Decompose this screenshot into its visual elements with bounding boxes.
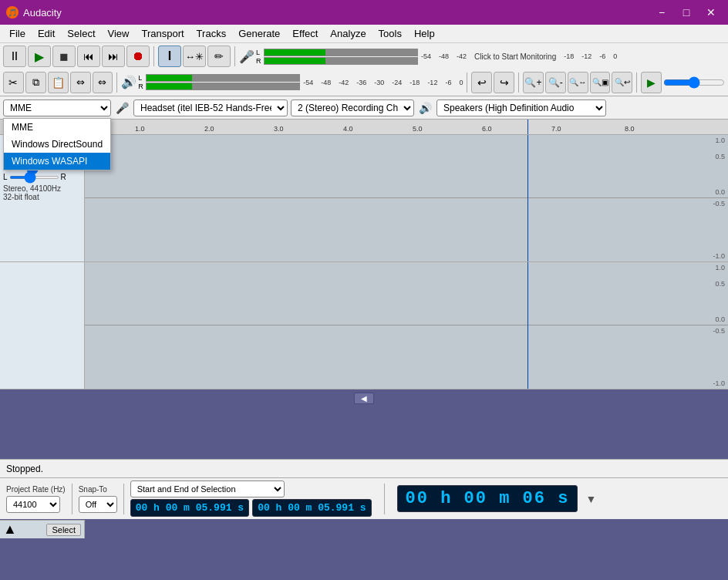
- out-vu-r-bar[interactable]: [146, 83, 300, 90]
- separator-6: [636, 72, 637, 93]
- time-dropdown-icon[interactable]: ▼: [585, 493, 596, 505]
- minimize-button[interactable]: −: [651, 4, 672, 21]
- playhead-track-2: [527, 262, 528, 389]
- selection-start-display[interactable]: 00 h 00 m 05.991 s: [130, 499, 249, 517]
- zoom-reset-button[interactable]: 🔍↩: [612, 72, 632, 93]
- menu-tracks[interactable]: Tracks: [190, 26, 233, 41]
- copy-button[interactable]: ⧉: [25, 72, 46, 93]
- bottom-toolbar: Project Rate (Hz) 44100 Snap-To Off Star…: [0, 477, 728, 519]
- menu-generate[interactable]: Generate: [232, 26, 286, 41]
- pause-button[interactable]: ⏸: [3, 46, 26, 67]
- envelope-tool-button[interactable]: ↔✳: [183, 46, 206, 67]
- host-dropdown-menu[interactable]: MME Windows DirectSound Windows WASAPI: [3, 118, 111, 170]
- status-bar: Stopped.: [0, 459, 728, 477]
- tick-1: 1.0: [135, 125, 145, 133]
- tick-7: 7.0: [551, 125, 561, 133]
- snap-to-select[interactable]: Off: [79, 496, 117, 513]
- selection-end-display[interactable]: 00 h 00 m 05.991 s: [252, 499, 371, 517]
- host-select[interactable]: MME Windows DirectSound Windows WASAPI: [3, 99, 111, 116]
- project-rate-select[interactable]: 44100: [6, 496, 60, 513]
- transport-toolbar: ⏸ ▶ ◼ ⏮ ⏭ ⏺ I ↔✳ ✏ 🎤 L R -54-48-42 Click…: [0, 43, 728, 69]
- trim-button[interactable]: ⇔: [70, 72, 91, 93]
- undo-button[interactable]: ↩: [471, 72, 492, 93]
- project-rate-group: Project Rate (Hz) 44100: [6, 485, 66, 513]
- skip-back-button[interactable]: ⏮: [77, 46, 100, 67]
- input-vu-meter: L R: [256, 49, 418, 65]
- skip-forward-button[interactable]: ⏭: [102, 46, 125, 67]
- edit-toolbar: ✂ ⧉ 📋 ⇔ ⇔ 🔊 L R -54-48-42-36-30-24-18-12…: [0, 69, 728, 96]
- menu-tools[interactable]: Tools: [372, 26, 408, 41]
- track-controls-2: [0, 262, 85, 389]
- speaker-device-icon: 🔊: [419, 102, 432, 114]
- menu-transport[interactable]: Transport: [135, 26, 190, 41]
- select-tool-button[interactable]: I: [158, 46, 181, 67]
- waveform-upper-2: 1.0 0.5 0.0: [85, 262, 728, 325]
- play-button[interactable]: ▶: [28, 46, 51, 67]
- divider-2: [123, 484, 124, 514]
- pan-row-1: L R: [3, 173, 81, 181]
- stop-button[interactable]: ◼: [52, 46, 76, 67]
- vu-l-bar[interactable]: [264, 49, 418, 56]
- menu-bar: File Edit Select View Transport Tracks G…: [0, 25, 728, 43]
- pan-slider-1[interactable]: [9, 176, 59, 179]
- y-label-n0-5: -0.5: [713, 200, 725, 207]
- dropdown-item-directsound[interactable]: Windows DirectSound: [4, 136, 110, 153]
- redo-button[interactable]: ↪: [494, 72, 514, 93]
- separator-5: [518, 72, 519, 93]
- playhead-track-1: [527, 135, 528, 261]
- menu-view[interactable]: View: [102, 26, 136, 41]
- track-collapse-icon[interactable]: ▲: [3, 521, 17, 538]
- maximize-button[interactable]: □: [676, 4, 697, 21]
- vu-r-bar[interactable]: [264, 57, 418, 65]
- record-button[interactable]: ⏺: [126, 46, 150, 67]
- close-button[interactable]: ✕: [700, 4, 722, 21]
- y2-label-n0-5: -0.5: [713, 327, 725, 335]
- title-bar-left: 🎵 Audacity: [6, 6, 62, 19]
- out-vu-l-label: L: [138, 74, 144, 82]
- track-waveform-2[interactable]: 1.0 0.5 0.0 -0.5 -1.0: [85, 262, 728, 389]
- menu-select[interactable]: Select: [61, 26, 101, 41]
- snap-to-label: Snap-To: [79, 485, 117, 494]
- monitor-text[interactable]: Click to Start Monitoring: [474, 52, 556, 61]
- input-device-select[interactable]: Headset (itel IEB-52 Hands-Free: [133, 99, 288, 116]
- y-label-0-5: 0.5: [715, 153, 725, 160]
- play-speed-button[interactable]: ▶: [641, 72, 662, 93]
- zoom-fit-button[interactable]: 🔍↔: [568, 72, 588, 93]
- toolbar-area: ⏸ ▶ ◼ ⏮ ⏭ ⏺ I ↔✳ ✏ 🎤 L R -54-48-42 Click…: [0, 43, 728, 96]
- y-label-1-0: 1.0: [715, 137, 725, 144]
- draw-tool-button[interactable]: ✏: [207, 46, 231, 67]
- mic-device-icon: 🎤: [116, 102, 129, 114]
- menu-help[interactable]: Help: [408, 26, 441, 41]
- app-title: Audacity: [23, 7, 62, 19]
- track-waveform-1[interactable]: 1.0 0.5 0.0 -0.5 -1.0: [85, 135, 728, 261]
- speaker-icon: 🔊: [121, 75, 136, 89]
- input-channels-select[interactable]: 2 (Stereo) Recording Chann: [291, 99, 414, 116]
- silence-button[interactable]: ⇔: [93, 72, 113, 93]
- zoom-out-button[interactable]: 🔍-: [545, 72, 566, 93]
- mic-icon: 🎤: [239, 49, 254, 64]
- track-select-button[interactable]: Select: [46, 524, 81, 536]
- zoom-in-button[interactable]: 🔍+: [523, 72, 544, 93]
- track-panel-2: 1.0 0.5 0.0 -0.5 -1.0: [0, 262, 728, 389]
- title-bar-controls: − □ ✕: [651, 4, 722, 21]
- vu-scale-labels: -54-48-42 Click to Start Monitoring -18-…: [421, 52, 617, 61]
- selection-type-select[interactable]: Start and End of Selection: [130, 481, 285, 497]
- collapse-button[interactable]: ◀: [354, 393, 374, 404]
- zoom-sel-button[interactable]: 🔍▣: [590, 72, 611, 93]
- menu-file[interactable]: File: [3, 26, 32, 41]
- out-vu-l-bar[interactable]: [146, 74, 300, 82]
- menu-analyze[interactable]: Analyze: [324, 26, 372, 41]
- paste-button[interactable]: 📋: [48, 72, 69, 93]
- output-device-select[interactable]: Speakers (High Definition Audio: [436, 99, 606, 116]
- app-icon: 🎵: [6, 6, 19, 19]
- menu-edit[interactable]: Edit: [32, 26, 61, 41]
- out-vu-r-label: R: [138, 83, 144, 90]
- dropdown-item-mme[interactable]: MME: [4, 119, 110, 136]
- cut-button[interactable]: ✂: [3, 72, 24, 93]
- dropdown-item-wasapi[interactable]: Windows WASAPI: [4, 153, 110, 170]
- speed-slider[interactable]: [663, 79, 725, 86]
- y2-label-n1-0: -1.0: [713, 379, 725, 387]
- y2-label-1-0: 1.0: [715, 264, 725, 271]
- pan-r-label: R: [61, 173, 66, 181]
- menu-effect[interactable]: Effect: [286, 26, 324, 41]
